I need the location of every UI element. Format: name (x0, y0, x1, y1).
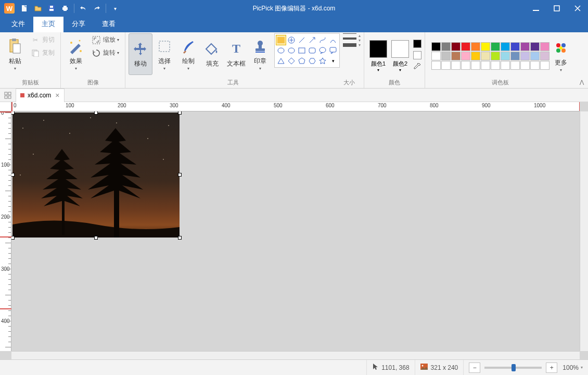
tool-move-button[interactable]: 移动 (129, 33, 152, 75)
thickness-picker[interactable] (343, 33, 356, 47)
close-button[interactable] (567, 0, 588, 17)
tool-fill-button[interactable]: 填充 (200, 33, 224, 75)
palette-swatch[interactable] (501, 52, 510, 60)
minimize-button[interactable] (526, 0, 546, 17)
palette-swatch[interactable] (491, 61, 500, 70)
palette-swatch[interactable] (501, 61, 510, 70)
tool-draw-button[interactable]: 绘制▾ (176, 33, 200, 75)
tab-file[interactable]: 文件 (3, 16, 33, 32)
palette-swatch[interactable] (540, 42, 549, 51)
shape-triangle[interactable] (276, 56, 286, 66)
rotate-button[interactable]: 旋转▾ (89, 46, 122, 59)
palette-swatch[interactable] (451, 52, 461, 60)
shape-more[interactable]: ▾ (328, 56, 338, 66)
palette-swatch[interactable] (471, 61, 480, 70)
qat-customize-button[interactable]: ▾ (108, 2, 122, 15)
qat-new-button[interactable] (18, 2, 31, 15)
tab-share[interactable]: 分享 (63, 16, 94, 32)
color1-swatch[interactable] (369, 40, 387, 58)
palette-swatch[interactable] (520, 52, 530, 60)
palette-swatch[interactable] (451, 42, 461, 51)
palette-swatch[interactable] (481, 52, 490, 60)
tab-thumbnails-button[interactable] (2, 90, 14, 101)
palette-swatch[interactable] (441, 52, 451, 60)
collapse-ribbon-button[interactable]: ⋀ (580, 79, 584, 85)
thickness-thin[interactable] (343, 33, 356, 34)
tab-view[interactable]: 查看 (94, 16, 124, 32)
palette-swatch[interactable] (431, 52, 441, 60)
palette-swatch[interactable] (540, 61, 549, 70)
palette-swatch[interactable] (441, 42, 451, 51)
document-tab[interactable]: x6d.com × (16, 89, 65, 102)
gallery-expand[interactable]: ▾ (359, 43, 361, 47)
ruler-horizontal[interactable]: 01002003004005006007008009001000 (11, 102, 580, 111)
shape-arrow[interactable] (307, 35, 317, 45)
effect-button[interactable]: 效果▾ (64, 33, 88, 75)
shape-pentagon[interactable] (297, 56, 307, 66)
palette-swatch[interactable] (461, 61, 470, 70)
shape-roundrect[interactable] (307, 45, 317, 56)
shape-hexagon[interactable] (307, 56, 317, 66)
palette-swatch[interactable] (491, 42, 500, 51)
more-colors-button[interactable]: 更多▾ (549, 35, 572, 77)
scrollbar-horizontal[interactable] (11, 351, 580, 359)
zoom-slider[interactable] (484, 367, 542, 369)
palette-swatch[interactable] (471, 42, 480, 51)
paste-button[interactable]: 粘贴▾ (3, 33, 27, 75)
shape-callout-rect[interactable] (328, 45, 338, 56)
shape-ellipse[interactable] (276, 45, 286, 56)
palette-swatch[interactable] (520, 42, 530, 51)
image-content[interactable] (12, 113, 180, 238)
shape-circle-plus[interactable] (286, 35, 297, 45)
qat-redo-button[interactable] (90, 2, 104, 15)
palette-swatch[interactable] (481, 42, 490, 51)
shape-curve[interactable] (317, 35, 328, 45)
shape-gallery[interactable]: ▾ (274, 33, 340, 68)
tab-home[interactable]: 主页 (33, 16, 63, 32)
palette-swatch[interactable] (501, 42, 510, 51)
tool-select-button[interactable]: 选择▾ (152, 33, 176, 75)
palette-swatch[interactable] (530, 52, 540, 60)
palette-swatch[interactable] (520, 61, 530, 70)
palette-swatch[interactable] (461, 52, 470, 60)
zoom-in-button[interactable]: + (546, 362, 557, 373)
thickness-thick[interactable] (343, 43, 356, 47)
palette-swatch[interactable] (530, 42, 540, 51)
qat-print-button[interactable] (58, 2, 72, 15)
color-palette[interactable] (431, 42, 549, 70)
canvas[interactable] (11, 111, 580, 351)
mini-color-black[interactable] (413, 40, 421, 48)
palette-swatch[interactable] (471, 52, 480, 60)
shape-rect[interactable] (297, 45, 307, 56)
palette-swatch[interactable] (441, 61, 451, 70)
tool-stamp-button[interactable]: 印章▾ (248, 33, 272, 75)
shape-connector[interactable] (328, 35, 338, 45)
shape-star[interactable] (317, 56, 328, 66)
copy-button[interactable]: 复制 (28, 46, 57, 59)
palette-swatch[interactable] (510, 42, 520, 51)
palette-swatch[interactable] (431, 42, 441, 51)
zoom-out-button[interactable]: − (469, 362, 480, 373)
palette-swatch[interactable] (431, 61, 441, 70)
qat-open-button[interactable] (31, 2, 45, 15)
scrollbar-vertical[interactable] (580, 111, 588, 351)
close-tab-button[interactable]: × (55, 91, 59, 99)
shape-callout-round[interactable] (317, 45, 328, 56)
resize-button[interactable]: 缩放▾ (89, 33, 122, 46)
tool-text-button[interactable]: T文本框 (224, 33, 248, 75)
qat-undo-button[interactable] (76, 2, 90, 15)
shape-ellipse2[interactable] (286, 45, 297, 56)
cut-button[interactable]: ✂剪切 (28, 33, 57, 46)
shape-rectangle-filled[interactable] (276, 35, 286, 45)
qat-save-button[interactable] (45, 2, 58, 15)
palette-swatch[interactable] (461, 42, 470, 51)
mini-color-white[interactable] (413, 51, 421, 59)
color2-swatch[interactable] (391, 40, 409, 58)
palette-swatch[interactable] (510, 52, 520, 60)
zoom-menu-button[interactable]: ▾ (581, 365, 583, 370)
palette-swatch[interactable] (540, 52, 549, 60)
maximize-button[interactable] (546, 0, 567, 17)
ruler-vertical[interactable]: 0100200300400 (0, 111, 11, 351)
palette-swatch[interactable] (530, 61, 540, 70)
thickness-med[interactable] (343, 38, 356, 40)
